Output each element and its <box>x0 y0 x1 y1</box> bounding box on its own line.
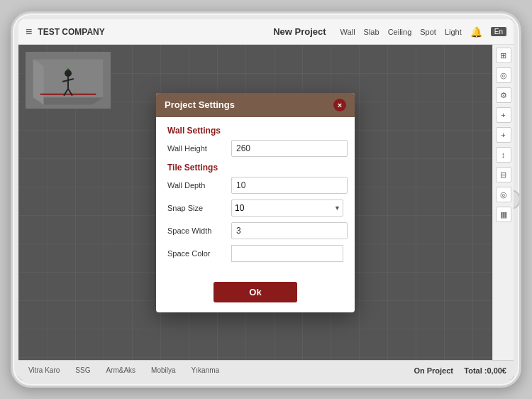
modal-close-button[interactable]: × <box>333 99 346 111</box>
app-screen: ≡ TEST COMPANY New Project Wall Slab Cei… <box>18 19 514 380</box>
space-color-label: Space Color <box>167 249 231 258</box>
nav-items: Wall Slab Ceiling Spot Light 🔔 En <box>340 26 506 38</box>
modal-header: Project Settings × <box>156 93 355 117</box>
tile-settings-label: Tile Settings <box>167 163 343 173</box>
sidebar-icon-grid[interactable]: ⊞ <box>496 48 511 63</box>
bottom-bar: Vitra Karo SSG Arm&Aks Mobilya Yıkanma O… <box>18 360 514 380</box>
nav-slab[interactable]: Slab <box>364 28 379 36</box>
snap-size-row: Snap Size 10 5 20 ▼ <box>167 200 343 217</box>
nav-wall[interactable]: Wall <box>340 28 355 36</box>
sidebar-icon-add2[interactable]: + <box>496 127 511 143</box>
modal-title: Project Settings <box>165 99 235 110</box>
nav-ceiling[interactable]: Ceiling <box>388 28 412 36</box>
wall-depth-input[interactable] <box>231 177 348 194</box>
tab-arm-aks[interactable]: Arm&Aks <box>103 365 138 376</box>
sidebar-icon-minus[interactable]: ⊟ <box>496 167 511 182</box>
right-sidebar: ⊞ ◎ ⚙ + + ↕ ⊟ ◎ ▦ <box>492 45 514 360</box>
company-name: TEST COMPANY <box>38 27 104 37</box>
sidebar-icon-target[interactable]: ◎ <box>496 187 511 202</box>
total-display: On Project Total :0,00€ <box>414 366 506 375</box>
wall-settings-label: Wall Settings <box>167 126 343 136</box>
language-selector[interactable]: En <box>491 27 506 36</box>
tab-ssg[interactable]: SSG <box>72 365 93 376</box>
menu-icon[interactable]: ≡ <box>26 26 32 38</box>
on-project-label: On Project <box>414 366 453 375</box>
tab-yikanma[interactable]: Yıkanma <box>189 365 222 376</box>
modal-dialog: Project Settings × Wall Settings Wall He… <box>156 93 355 312</box>
wall-depth-row: Wall Depth <box>167 177 343 194</box>
nav-light[interactable]: Light <box>445 28 462 36</box>
space-width-row: Space Width <box>167 222 343 239</box>
sidebar-icon-pattern[interactable]: ▦ <box>496 207 511 222</box>
bell-icon[interactable]: 🔔 <box>470 26 482 38</box>
snap-size-select-wrap: 10 5 20 ▼ <box>231 200 343 217</box>
modal-overlay: Project Settings × Wall Settings Wall He… <box>18 45 492 360</box>
space-width-label: Space Width <box>167 226 231 235</box>
main-content: Project Settings × Wall Settings Wall He… <box>18 45 514 360</box>
tablet-frame: ≡ TEST COMPANY New Project Wall Slab Cei… <box>11 11 521 388</box>
space-color-swatch[interactable] <box>231 245 343 262</box>
wall-depth-label: Wall Depth <box>167 181 231 190</box>
canvas-area[interactable]: Project Settings × Wall Settings Wall He… <box>18 45 492 360</box>
nav-spot[interactable]: Spot <box>420 28 436 36</box>
total-value: Total :0,00€ <box>464 366 506 375</box>
sidebar-icon-settings[interactable]: ⚙ <box>496 87 511 103</box>
ok-button[interactable]: Ok <box>214 282 297 302</box>
sidebar-icon-circle[interactable]: ◎ <box>496 67 511 83</box>
modal-footer: Ok <box>156 276 355 312</box>
sidebar-icon-tool[interactable]: ↕ <box>496 147 511 163</box>
project-title: New Project <box>273 26 326 37</box>
wall-height-label: Wall Height <box>167 144 231 153</box>
snap-size-select[interactable]: 10 5 20 <box>231 200 343 217</box>
space-color-row: Space Color <box>167 245 343 262</box>
snap-size-label: Snap Size <box>167 204 231 212</box>
sidebar-icon-add1[interactable]: + <box>496 107 511 123</box>
wall-height-input[interactable] <box>231 140 348 157</box>
tab-mobilya[interactable]: Mobilya <box>148 365 178 376</box>
top-nav: ≡ TEST COMPANY New Project Wall Slab Cei… <box>18 19 514 45</box>
side-button[interactable] <box>11 189 13 210</box>
space-width-input[interactable] <box>231 222 348 239</box>
modal-body: Wall Settings Wall Height Tile Settings … <box>156 117 355 276</box>
tab-vitra-karo[interactable]: Vitra Karo <box>26 365 62 376</box>
wall-height-row: Wall Height <box>167 140 343 157</box>
